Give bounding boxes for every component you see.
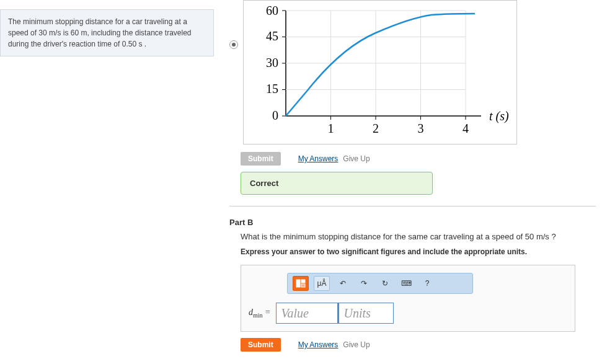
value-input[interactable]: Value xyxy=(276,303,338,324)
keyboard-button[interactable]: ⌨ xyxy=(398,276,414,291)
y-tick-0: 0 xyxy=(272,109,278,122)
answer-input-row: dmin = Value Units xyxy=(249,303,567,324)
part-b-body: What is the minimum stopping distance fo… xyxy=(241,232,596,352)
part-b-title: Part B xyxy=(229,218,596,227)
chart-radio-selected[interactable] xyxy=(229,40,238,49)
y-tick-2: 30 xyxy=(266,56,278,69)
give-up-link-b[interactable]: Give Up xyxy=(343,340,370,349)
part-a-action-row: Submit My Answers Give Up xyxy=(241,152,596,166)
var-d: d xyxy=(249,308,253,317)
y-tick-3: 45 xyxy=(266,29,278,43)
main-content: 0 15 30 45 60 1 2 3 4 t (s) Submit My An… xyxy=(223,0,602,364)
chart-option-row: 0 15 30 45 60 1 2 3 4 t (s) xyxy=(229,0,596,144)
question-unit: m/s xyxy=(536,232,549,241)
submit-button[interactable]: Submit xyxy=(241,338,281,352)
question-prefix: What is the minimum stopping distance fo… xyxy=(241,232,536,241)
problem-text: The minimum stopping distance for a car … xyxy=(8,17,192,48)
svg-rect-22 xyxy=(301,284,305,287)
templates-button[interactable] xyxy=(293,276,309,291)
var-sub: min xyxy=(253,312,263,319)
submit-button-disabled: Submit xyxy=(241,152,281,166)
equation-toolbar: μÅ ↶ ↷ ↻ ⌨ ? xyxy=(287,273,473,294)
divider xyxy=(229,206,596,206)
x-axis-label: t (s) xyxy=(489,109,509,123)
svg-rect-21 xyxy=(301,280,305,283)
question-suffix: ? xyxy=(549,232,556,241)
variable-label: dmin = xyxy=(249,308,271,319)
answer-box: μÅ ↶ ↷ ↻ ⌨ ? dmin = Value Units xyxy=(241,265,575,332)
part-b-action-row: Submit My Answers Give Up xyxy=(241,338,596,352)
give-up-link[interactable]: Give Up xyxy=(343,154,370,163)
chart-svg: 0 15 30 45 60 1 2 3 4 t (s) xyxy=(250,4,510,138)
part-b-instruction: Express your answer to two significant f… xyxy=(241,247,596,256)
svg-rect-20 xyxy=(296,280,300,287)
x-tick-3: 3 xyxy=(418,122,424,135)
correct-label: Correct xyxy=(250,179,278,188)
units-input[interactable]: Units xyxy=(338,303,394,324)
reset-button[interactable]: ↻ xyxy=(377,276,393,291)
x-tick-2: 2 xyxy=(373,122,379,135)
my-answers-link-b[interactable]: My Answers xyxy=(298,340,339,349)
redo-button[interactable]: ↷ xyxy=(356,276,372,291)
part-b-question: What is the minimum stopping distance fo… xyxy=(241,232,596,241)
equals-sign: = xyxy=(263,308,271,317)
units-button[interactable]: μÅ xyxy=(314,276,330,291)
chart-container: 0 15 30 45 60 1 2 3 4 t (s) xyxy=(243,0,517,144)
help-button[interactable]: ? xyxy=(419,276,435,291)
correct-feedback: Correct xyxy=(241,172,433,195)
undo-button[interactable]: ↶ xyxy=(335,276,351,291)
y-tick-1: 15 xyxy=(266,82,278,95)
y-tick-4: 60 xyxy=(266,4,278,17)
problem-statement-panel: The minimum stopping distance for a car … xyxy=(0,9,214,56)
x-tick-4: 4 xyxy=(463,122,469,135)
x-tick-1: 1 xyxy=(328,122,334,135)
my-answers-link[interactable]: My Answers xyxy=(298,154,339,163)
